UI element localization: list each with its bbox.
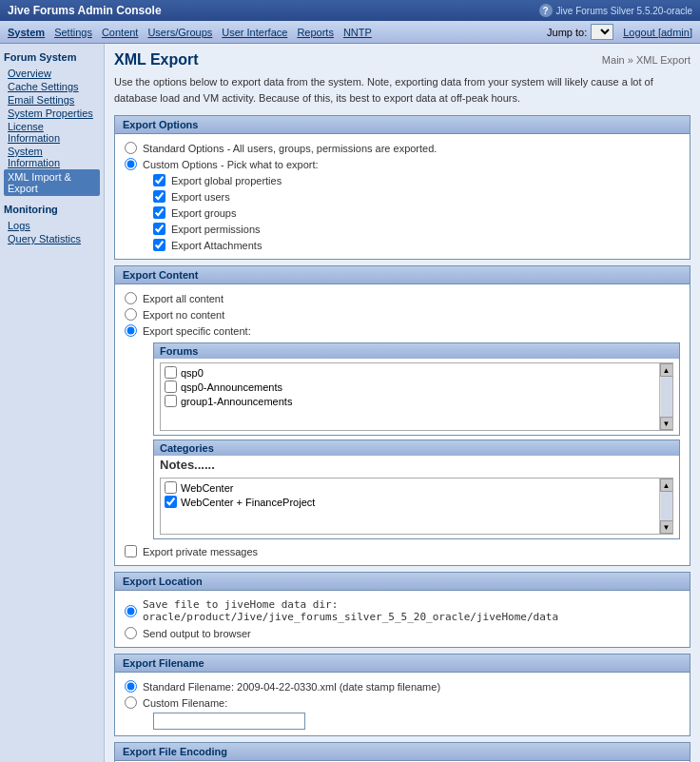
standard-filename-row: Standard Filename: 2009-04-22-0330.xml (…: [125, 678, 680, 694]
sidebar-item-system-properties[interactable]: System Properties: [4, 107, 100, 120]
category-webcenter-finance-checkbox[interactable]: [165, 496, 177, 508]
export-options-section: Export Options Standard Options - All us…: [114, 115, 690, 260]
export-location-section: Export Location Save file to jiveHome da…: [114, 572, 690, 648]
categories-note: Notes......: [154, 456, 679, 474]
sidebar-item-xml-import-export[interactable]: XML Import & Export: [4, 169, 100, 196]
sidebar-item-query-statistics[interactable]: Query Statistics: [4, 232, 100, 245]
sidebar: Forum System Overview Cache Settings Ema…: [0, 44, 105, 762]
custom-filename-input[interactable]: [153, 713, 305, 730]
export-all-row: Export all content: [125, 290, 680, 306]
standard-filename-label: Standard Filename: 2009-04-22-0330.xml (…: [143, 681, 440, 693]
cat-scroll-up-btn[interactable]: ▲: [660, 479, 673, 492]
export-attachments-checkbox[interactable]: [153, 239, 165, 251]
sidebar-item-system-information[interactable]: System Information: [4, 145, 100, 169]
send-to-browser-radio[interactable]: [125, 627, 137, 639]
help-icon[interactable]: ?: [539, 4, 553, 17]
forums-scrollbar: ▲ ▼: [659, 363, 672, 430]
category-item-webcenter-finance: WebCenter + FinanceProject: [163, 495, 657, 509]
export-specific-label: Export specific content:: [143, 325, 251, 337]
forum-qsp0-checkbox[interactable]: [165, 366, 177, 379]
page-title: XML Export: [114, 51, 199, 68]
export-users-checkbox[interactable]: [153, 190, 165, 203]
app-header: Jive Forums Admin Console ? Jive Forums …: [0, 0, 700, 21]
standard-filename-radio[interactable]: [125, 680, 137, 693]
export-permissions-label: Export permissions: [171, 224, 261, 235]
save-to-file-label: Save file to jiveHome data dir: oracle/p…: [143, 598, 680, 623]
export-location-header: Export Location: [115, 573, 690, 591]
forums-box: Forums qsp0 qsp0-Announcements: [153, 342, 680, 436]
export-all-label: Export all content: [143, 293, 224, 304]
sidebar-item-license-information[interactable]: License Information: [4, 120, 100, 145]
export-permissions-checkbox[interactable]: [153, 223, 165, 235]
categories-list: WebCenter WebCenter + FinanceProject: [161, 479, 672, 511]
checkbox-row-attachments: Export Attachments: [153, 237, 680, 253]
export-none-radio[interactable]: [125, 308, 137, 321]
standard-option-radio[interactable]: [125, 142, 137, 154]
cat-scroll-down-btn[interactable]: ▼: [660, 520, 673, 534]
export-content-section: Export Content Export all content Export…: [114, 265, 690, 566]
export-private-checkbox[interactable]: [125, 545, 137, 557]
main-content: XML Export Main » XML Export Use the opt…: [105, 44, 700, 762]
export-none-row: Export no content: [125, 306, 680, 322]
navbar: System Settings Content Users/Groups Use…: [0, 21, 700, 44]
sidebar-monitoring-title: Monitoring: [4, 204, 100, 215]
nav-content[interactable]: Content: [102, 27, 139, 38]
forum-qsp0-ann-label: qsp0-Announcements: [181, 381, 282, 393]
nav-system[interactable]: System: [8, 27, 45, 38]
forum-item-qsp0: qsp0: [163, 365, 657, 380]
nav-nntp[interactable]: NNTP: [343, 27, 372, 38]
forum-group1-ann-checkbox[interactable]: [165, 395, 177, 407]
custom-filename-radio[interactable]: [125, 696, 137, 709]
custom-option-label: Custom Options - Pick what to export:: [143, 159, 319, 170]
category-webcenter-label: WebCenter: [181, 482, 233, 494]
categories-box-header: Categories: [154, 440, 679, 456]
standard-option-label: Standard Options - All users, groups, pe…: [143, 143, 437, 154]
sidebar-item-cache-settings[interactable]: Cache Settings: [4, 80, 100, 93]
export-encoding-header: Export File Encoding: [115, 743, 690, 761]
version-info: Jive Forums Silver 5.5.20-oracle: [556, 6, 692, 16]
jump-to-select[interactable]: [591, 24, 613, 40]
export-attachments-label: Export Attachments: [171, 240, 262, 251]
export-global-checkbox[interactable]: [153, 174, 165, 186]
header-right: ? Jive Forums Silver 5.5.20-oracle: [539, 4, 692, 17]
scroll-up-btn[interactable]: ▲: [660, 363, 673, 377]
sidebar-forum-system-title: Forum System: [4, 51, 100, 63]
forum-item-group1-ann: group1-Announcements: [163, 394, 657, 408]
sidebar-item-logs[interactable]: Logs: [4, 219, 100, 232]
forum-item-qsp0-ann: qsp0-Announcements: [163, 380, 657, 394]
export-location-body: Save file to jiveHome data dir: oracle/p…: [115, 591, 690, 647]
nav-reports[interactable]: Reports: [297, 27, 334, 38]
categories-scrollbar: ▲ ▼: [659, 479, 672, 534]
nav-users-groups[interactable]: Users/Groups: [147, 27, 212, 38]
export-options-header: Export Options: [115, 116, 690, 134]
save-to-file-radio[interactable]: [125, 605, 137, 617]
save-to-file-row: Save file to jiveHome data dir: oracle/p…: [125, 596, 680, 625]
scroll-down-btn[interactable]: ▼: [660, 417, 673, 430]
export-all-radio[interactable]: [125, 292, 137, 304]
export-groups-checkbox[interactable]: [153, 206, 165, 219]
send-to-browser-label: Send output to browser: [143, 628, 251, 639]
sidebar-item-email-settings[interactable]: Email Settings: [4, 93, 100, 107]
category-webcenter-finance-label: WebCenter + FinanceProject: [181, 497, 315, 508]
jump-to-container: Jump to:: [547, 24, 613, 40]
sidebar-item-overview[interactable]: Overview: [4, 67, 100, 80]
custom-option-radio[interactable]: [125, 158, 137, 170]
export-encoding-section: Export File Encoding System default enco…: [114, 742, 690, 762]
custom-filename-label: Custom Filename:: [143, 697, 227, 709]
custom-filename-row: Custom Filename:: [125, 694, 680, 711]
checkbox-row-global: Export global properties: [153, 172, 680, 188]
export-filename-header: Export Filename: [115, 655, 690, 673]
nav-user-interface[interactable]: User Interface: [222, 27, 287, 38]
export-content-body: Export all content Export no content Exp…: [115, 284, 690, 565]
export-none-label: Export no content: [143, 309, 224, 321]
forum-qsp0-ann-checkbox[interactable]: [165, 381, 177, 393]
nav-settings[interactable]: Settings: [54, 27, 92, 38]
export-specific-radio[interactable]: [125, 324, 137, 337]
category-webcenter-checkbox[interactable]: [165, 481, 177, 494]
checkbox-row-permissions: Export permissions: [153, 221, 680, 237]
breadcrumb: Main » XML Export: [602, 54, 690, 66]
logout-link[interactable]: Logout [admin]: [623, 27, 692, 38]
forums-list: qsp0 qsp0-Announcements group1-Announcem…: [161, 363, 672, 410]
app-title: Jive Forums Admin Console: [8, 4, 162, 17]
standard-option-row: Standard Options - All users, groups, pe…: [125, 140, 680, 156]
